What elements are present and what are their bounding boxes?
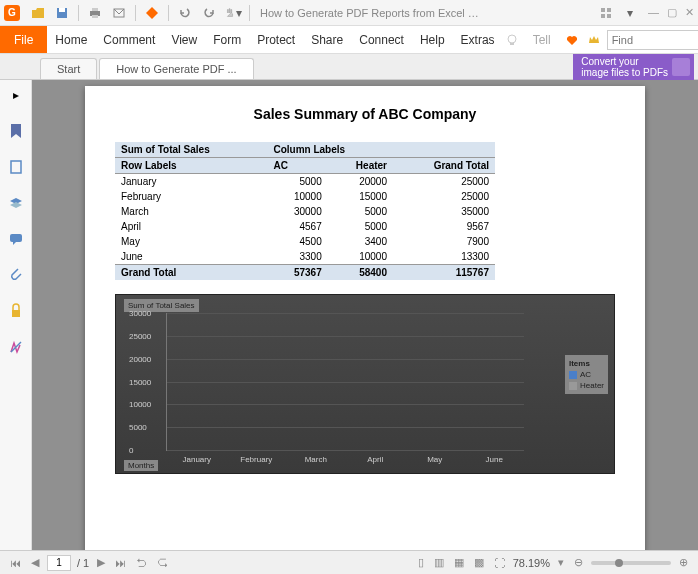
- svg-rect-8: [601, 14, 605, 18]
- separator: [168, 5, 169, 21]
- next-page-icon[interactable]: ▶: [95, 556, 107, 569]
- promo-line1: Convert your: [581, 56, 668, 67]
- svg-rect-14: [12, 310, 20, 317]
- zoom-out-icon[interactable]: ⊖: [572, 556, 585, 569]
- window-controls: — ▢ ✕: [648, 6, 694, 19]
- zoom-in-icon[interactable]: ⊕: [677, 556, 690, 569]
- svg-rect-9: [607, 14, 611, 18]
- facing-icon[interactable]: ▦: [452, 556, 466, 569]
- page-total: / 1: [77, 557, 89, 569]
- separator: [249, 5, 250, 21]
- svg-rect-4: [92, 15, 98, 18]
- continuous-icon[interactable]: ▥: [432, 556, 446, 569]
- prev-page-icon[interactable]: ◀: [29, 556, 41, 569]
- svg-rect-12: [11, 161, 21, 173]
- document-viewer[interactable]: Sales Summary of ABC Company Sum of Tota…: [32, 80, 698, 550]
- expand-icon[interactable]: ▸: [7, 86, 25, 104]
- last-page-icon[interactable]: ⏭: [113, 557, 128, 569]
- tf-ht: 58400: [328, 265, 393, 281]
- pivot-table: Sum of Total SalesColumn Labels Row Labe…: [115, 142, 495, 280]
- svg-point-10: [508, 35, 516, 43]
- separator: [135, 5, 136, 21]
- table-row: June33001000013300: [115, 249, 495, 265]
- zoom-slider[interactable]: [591, 561, 671, 565]
- sign-icon[interactable]: [7, 338, 25, 356]
- collapse-icon[interactable]: ▾: [621, 4, 639, 22]
- undo-icon[interactable]: [176, 4, 194, 22]
- fit-page-icon[interactable]: ⛶: [492, 557, 507, 569]
- page-input[interactable]: [47, 555, 71, 571]
- promo-line2: image files to PDFs: [581, 67, 668, 78]
- bar-chart: Sum of Total Sales 050001000015000200002…: [115, 294, 615, 474]
- svg-rect-7: [607, 8, 611, 12]
- menu-form[interactable]: Form: [205, 27, 249, 53]
- tell-me[interactable]: Tell: [525, 27, 559, 53]
- menu-share[interactable]: Share: [303, 27, 351, 53]
- crown-icon[interactable]: [585, 31, 603, 49]
- pages-icon[interactable]: [7, 158, 25, 176]
- hand-icon[interactable]: ▾: [224, 4, 242, 22]
- promo-banner[interactable]: Convert your image files to PDFs: [573, 54, 694, 80]
- maximize-icon[interactable]: ▢: [667, 6, 677, 19]
- tab-strip: Start How to Generate PDF ... Convert yo…: [0, 54, 698, 80]
- tf-ac: 57367: [267, 265, 327, 281]
- close-icon[interactable]: ✕: [685, 6, 694, 19]
- bookmarks-icon[interactable]: [7, 122, 25, 140]
- table-row: February100001500025000: [115, 189, 495, 204]
- tab-start[interactable]: Start: [40, 58, 97, 79]
- chart-legend: Items AC Heater: [565, 355, 608, 394]
- x-axis-label: Months: [124, 460, 158, 471]
- print-icon[interactable]: [86, 4, 104, 22]
- menu-connect[interactable]: Connect: [351, 27, 412, 53]
- prev-view-icon[interactable]: ⮌: [134, 557, 149, 569]
- zoom-dropdown-icon[interactable]: ▾: [556, 556, 566, 569]
- search-input[interactable]: [607, 30, 698, 50]
- heart-icon[interactable]: [563, 31, 581, 49]
- tf-label: Grand Total: [115, 265, 267, 281]
- attachments-icon[interactable]: [7, 266, 25, 284]
- menu-help[interactable]: Help: [412, 27, 453, 53]
- layers-icon[interactable]: [7, 194, 25, 212]
- plot-area: 050001000015000200002500030000JanuaryFeb…: [166, 313, 524, 451]
- separator: [78, 5, 79, 21]
- th-ac: AC: [267, 158, 327, 174]
- svg-rect-1: [59, 8, 65, 12]
- menu-bar: File Home Comment View Form Protect Shar…: [0, 26, 698, 54]
- bookmark-toolbar-icon[interactable]: [143, 4, 161, 22]
- tf-gt: 115767: [393, 265, 495, 281]
- th-sum: Sum of Total Sales: [115, 142, 267, 158]
- comments-icon[interactable]: [7, 230, 25, 248]
- tab-document[interactable]: How to Generate PDF ...: [99, 58, 253, 79]
- legend-heater: Heater: [580, 381, 604, 390]
- side-panel: ▸: [0, 80, 32, 550]
- quick-access-icon[interactable]: [597, 4, 615, 22]
- minimize-icon[interactable]: —: [648, 6, 659, 19]
- page-title: Sales Summary of ABC Company: [115, 106, 615, 122]
- menu-comment[interactable]: Comment: [95, 27, 163, 53]
- continuous-facing-icon[interactable]: ▩: [472, 556, 486, 569]
- mail-icon[interactable]: [110, 4, 128, 22]
- th-rowlabels: Row Labels: [115, 158, 267, 174]
- menu-extras[interactable]: Extras: [453, 27, 503, 53]
- first-page-icon[interactable]: ⏮: [8, 557, 23, 569]
- single-page-icon[interactable]: ▯: [416, 556, 426, 569]
- document-title: How to Generate PDF Reports from Excel D…: [260, 7, 480, 19]
- zoom-knob[interactable]: [615, 559, 623, 567]
- th-gt: Grand Total: [393, 158, 495, 174]
- title-bar: G ▾ How to Generate PDF Reports from Exc…: [0, 0, 698, 26]
- menu-home[interactable]: Home: [47, 27, 95, 53]
- svg-rect-13: [10, 234, 22, 242]
- security-icon[interactable]: [7, 302, 25, 320]
- bulb-icon[interactable]: [503, 31, 521, 49]
- menu-view[interactable]: View: [163, 27, 205, 53]
- next-view-icon[interactable]: ⮎: [155, 557, 170, 569]
- menu-protect[interactable]: Protect: [249, 27, 303, 53]
- open-icon[interactable]: [29, 4, 47, 22]
- svg-rect-11: [510, 43, 514, 45]
- table-row: January50002000025000: [115, 174, 495, 190]
- table-row: April456750009567: [115, 219, 495, 234]
- redo-icon[interactable]: [200, 4, 218, 22]
- table-row: May450034007900: [115, 234, 495, 249]
- save-icon[interactable]: [53, 4, 71, 22]
- file-menu[interactable]: File: [0, 26, 47, 53]
